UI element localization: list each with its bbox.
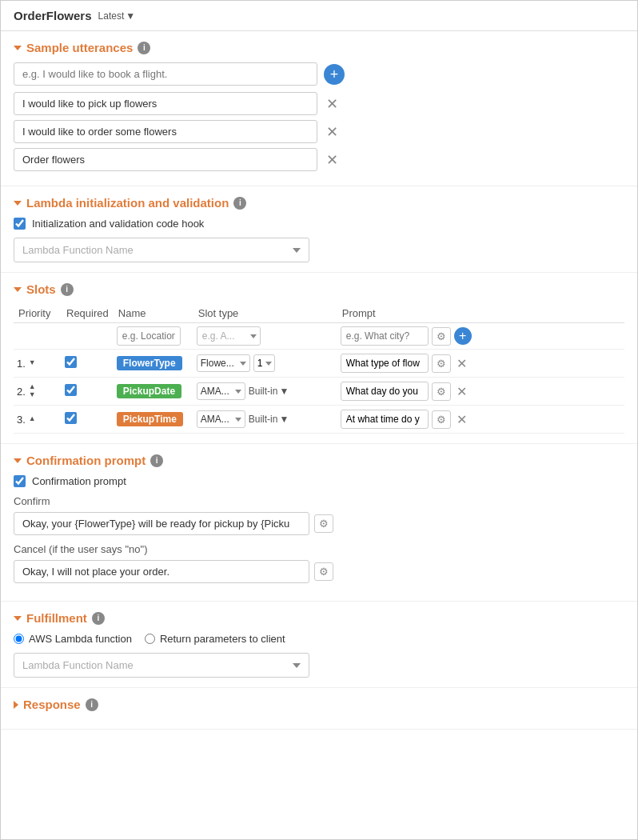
close-icon-slot-2: ✕ [457,384,467,399]
slot-3-type-select[interactable]: AMA... [197,410,245,428]
utterance-remove-button-1[interactable]: ✕ [324,96,340,112]
utterance-row-2: ✕ [14,120,624,143]
slot-3-gear-button[interactable]: ⚙ [432,410,451,429]
confirm-gear-button[interactable]: ⚙ [314,514,333,533]
slot-2-type-select[interactable]: AMA... [197,382,245,400]
confirm-text-input[interactable] [14,512,309,535]
slot-1-remove-button[interactable]: ✕ [454,355,470,371]
new-slot-gear-button[interactable]: ⚙ [432,327,451,346]
slot-3-prompt-cell: ⚙ ✕ [337,406,624,434]
slot-1-version-select[interactable]: 1 [253,354,275,372]
slots-info-icon[interactable]: i [61,283,74,296]
slots-title: Slots [26,282,56,296]
slot-row-1: 1. ▼ FlowerType Flowe... [14,350,624,378]
slot-1-type-select[interactable]: Flowe... [197,354,250,372]
gear-icon-2: ⚙ [437,386,446,398]
version-selector[interactable]: Latest ▼ [98,10,136,22]
utterance-add-button[interactable]: + [324,64,345,85]
radio-option-return: Return parameters to client [145,633,285,645]
slot-1-required-checkbox[interactable] [65,356,77,368]
new-slot-add-button[interactable]: + [454,327,472,345]
utterance-remove-button-3[interactable]: ✕ [324,152,340,168]
new-slot-name-input[interactable] [117,326,181,346]
slot-2-remove-button[interactable]: ✕ [454,383,470,399]
response-header[interactable]: Response i [14,698,624,711]
fulfillment-lambda-select[interactable]: Lambda Function Name [14,653,309,678]
cancel-text-input[interactable] [14,560,309,583]
sample-utterances-header[interactable]: Sample utterances i [14,41,624,54]
response-chevron-icon [14,701,18,709]
slot-2-priority-label: 2. [17,386,26,398]
confirmation-prompt-header[interactable]: Confirmation prompt i [14,454,624,467]
radio-option-lambda: AWS Lambda function [14,633,132,645]
slot-3-remove-button[interactable]: ✕ [454,411,470,427]
utterance-new-row: + [14,62,624,86]
utterance-new-input[interactable] [14,62,317,86]
slot-2-builtin-label: Built-in [249,386,278,397]
cancel-gear-button[interactable]: ⚙ [314,562,333,581]
utterance-input-2[interactable] [14,120,317,143]
slot-2-gear-button[interactable]: ⚙ [432,382,451,401]
confirmation-prompt-title: Confirmation prompt [26,454,146,467]
slot-1-name-cell: FlowerType [114,350,193,378]
close-icon-3: ✕ [326,151,338,169]
slot-3-builtin-label: Built-in [249,414,278,425]
confirmation-checkbox[interactable] [14,475,26,487]
confirm-input-row: ⚙ [14,512,624,535]
fulfillment-info-icon[interactable]: i [92,612,105,625]
slot-1-gear-button[interactable]: ⚙ [432,354,451,373]
confirmation-checkbox-row: Confirmation prompt [14,475,624,487]
fulfillment-radio-row: AWS Lambda function Return parameters to… [14,633,624,645]
plus-icon: + [330,67,339,82]
sample-utterances-title: Sample utterances [26,41,133,54]
slot-1-name-tag[interactable]: FlowerType [117,356,182,370]
new-slot-prompt-input[interactable] [341,326,429,346]
radio-lambda-label: AWS Lambda function [29,633,132,645]
confirmation-checkbox-label: Confirmation prompt [32,475,126,487]
new-row-type-cell: e.g. A... [193,323,337,350]
slot-3-builtin-badge[interactable]: Built-in ▼ [249,414,289,425]
cancel-label: Cancel (if the user says "no") [14,543,624,555]
utterance-remove-button-2[interactable]: ✕ [324,124,340,140]
utterance-input-1[interactable] [14,92,317,115]
new-row-name-cell [114,323,193,350]
slot-3-arrow-up[interactable]: ▲ [29,415,36,423]
lambda-init-info-icon[interactable]: i [233,197,246,210]
confirmation-prompt-section: Confirmation prompt i Confirmation promp… [1,444,637,602]
new-slot-type-select[interactable]: e.g. A... [197,326,261,346]
lambda-init-header[interactable]: Lambda initialization and validation i [14,196,624,210]
slot-2-name-tag[interactable]: PickupDate [117,384,181,398]
fulfillment-title: Fulfillment [26,611,87,625]
utterance-input-3[interactable] [14,148,317,171]
slot-1-arrow-down[interactable]: ▼ [29,359,36,367]
sample-utterances-section: Sample utterances i + ✕ ✕ ✕ [1,31,637,186]
slot-1-sort: ▼ [29,359,36,367]
slot-3-prompt-input[interactable] [341,410,429,429]
response-info-icon[interactable]: i [86,698,98,711]
radio-return[interactable] [145,634,155,644]
slots-section: Slots i Priority Required Name Slot type… [1,273,637,444]
slot-3-name-cell: PickupTime [114,406,193,434]
slot-3-name-tag[interactable]: PickupTime [117,412,183,426]
slot-1-prompt-input[interactable] [341,354,429,373]
fulfillment-header[interactable]: Fulfillment i [14,611,624,625]
lambda-init-checkbox[interactable] [14,218,26,230]
new-row-prompt-cell: ⚙ + [337,323,624,350]
slot-2-type-cell: AMA... Built-in ▼ [193,378,337,406]
radio-return-label: Return parameters to client [160,633,285,645]
new-row-priority-cell [14,323,62,350]
slot-3-required-checkbox[interactable] [65,412,77,424]
slot-2-builtin-badge[interactable]: Built-in ▼ [249,386,289,397]
confirmation-prompt-info-icon[interactable]: i [150,454,163,467]
sample-utterances-info-icon[interactable]: i [138,42,150,54]
slot-3-builtin-chevron-icon: ▼ [279,414,289,425]
slot-1-required-cell [62,350,114,378]
slot-row-3: 3. ▲ PickupTime AMA... [14,406,624,434]
utterance-row-3: ✕ [14,148,624,171]
radio-lambda[interactable] [14,634,24,644]
slot-2-arrow-down[interactable]: ▼ [29,391,36,399]
slots-header[interactable]: Slots i [14,282,624,296]
lambda-function-select[interactable]: Lambda Function Name [14,238,309,262]
slot-2-prompt-input[interactable] [341,382,429,401]
slot-2-required-checkbox[interactable] [65,384,77,396]
